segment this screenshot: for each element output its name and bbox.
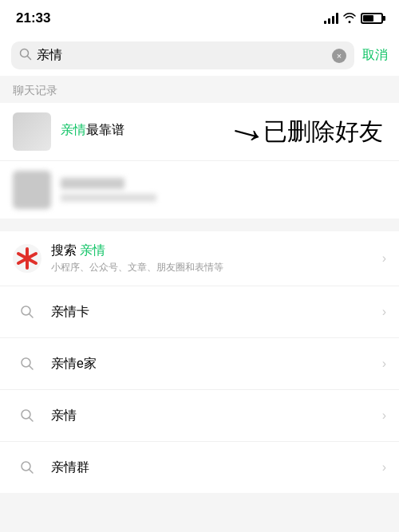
chat-record-item-blurred	[0, 161, 399, 219]
chat-content-blurred	[61, 178, 386, 202]
suggestion-text-qingqing: 亲情	[51, 408, 382, 424]
svg-line-7	[30, 314, 34, 318]
search-input-wrap[interactable]: 亲情 ×	[11, 41, 354, 69]
suggestion-main-qingqing: 亲情	[51, 408, 382, 424]
svg-line-13	[30, 470, 34, 474]
status-bar: 21:33	[0, 0, 399, 35]
clear-button[interactable]: ×	[332, 49, 346, 63]
search-q-icon-4	[13, 453, 41, 482]
chat-name-highlight: 亲情	[61, 123, 86, 136]
chevron-icon-2: ›	[382, 305, 386, 319]
svg-line-11	[30, 418, 34, 422]
suggestion-text-search: 搜索 亲情 小程序、公众号、文章、朋友圈和表情等	[51, 242, 382, 274]
chat-name-rest: 最靠谱	[86, 123, 124, 136]
status-time: 21:33	[16, 10, 50, 26]
status-icons	[324, 12, 383, 26]
deleted-friend-overlay: → 已删除好友	[227, 111, 383, 152]
deleted-friend-label: 已删除好友	[263, 116, 383, 148]
chevron-icon: ›	[382, 251, 386, 266]
chat-history-section-label: 聊天记录	[0, 76, 399, 103]
avatar	[13, 112, 51, 151]
search-q-icon-2	[13, 349, 41, 378]
suggestion-item-qingqing[interactable]: 亲情 ›	[0, 390, 399, 442]
suggestion-main-qingqingejia: 亲情e家	[51, 356, 382, 372]
suggestion-before: 搜索	[51, 243, 80, 257]
chevron-icon-5: ›	[382, 460, 386, 475]
search-icon	[19, 48, 32, 63]
suggestion-main-qingqingka: 亲情卡	[51, 304, 382, 321]
suggestion-text-qingqingejia: 亲情e家	[51, 356, 382, 372]
section-divider	[0, 225, 399, 231]
wechat-search-icon	[13, 244, 41, 273]
cancel-button[interactable]: 取消	[362, 47, 388, 64]
chevron-icon-3: ›	[382, 357, 386, 371]
search-q-icon-1	[13, 298, 41, 326]
svg-line-1	[28, 57, 31, 60]
search-q-icon-3	[13, 401, 41, 430]
blur-preview	[61, 194, 156, 202]
suggestion-main-qingqingqun: 亲情群	[51, 459, 382, 476]
signal-icon	[324, 13, 338, 24]
suggestion-highlight: 亲情	[80, 243, 105, 257]
battery-icon	[361, 13, 383, 24]
suggestion-item-qingqingqun[interactable]: 亲情群 ›	[0, 442, 399, 493]
chat-record-item[interactable]: 亲情最靠谱 → 已删除好友	[0, 103, 399, 161]
suggestion-item-qingqingejia[interactable]: 亲情e家 ›	[0, 338, 399, 390]
suggestion-item-qingqingka[interactable]: 亲情卡 ›	[0, 286, 399, 338]
chevron-icon-4: ›	[382, 408, 386, 423]
blur-name	[61, 178, 124, 189]
search-bar-container: 亲情 × 取消	[0, 35, 399, 76]
suggestion-main-label: 搜索 亲情	[51, 242, 382, 259]
suggestion-text-qingqingka: 亲情卡	[51, 304, 382, 321]
search-query-text: 亲情	[37, 47, 327, 64]
svg-line-9	[30, 366, 34, 370]
suggestion-text-qingqingqun: 亲情群	[51, 459, 382, 476]
chat-records-section: 亲情最靠谱 → 已删除好友	[0, 103, 399, 219]
suggestion-item-search[interactable]: 搜索 亲情 小程序、公众号、文章、朋友圈和表情等 ›	[0, 231, 399, 286]
avatar-blurred	[13, 171, 51, 209]
suggestion-sub-label: 小程序、公众号、文章、朋友圈和表情等	[51, 261, 382, 274]
wifi-icon	[343, 12, 356, 26]
arrow-icon: →	[222, 106, 273, 157]
search-suggestions: 搜索 亲情 小程序、公众号、文章、朋友圈和表情等 › 亲情卡 › 亲情e家	[0, 231, 399, 493]
